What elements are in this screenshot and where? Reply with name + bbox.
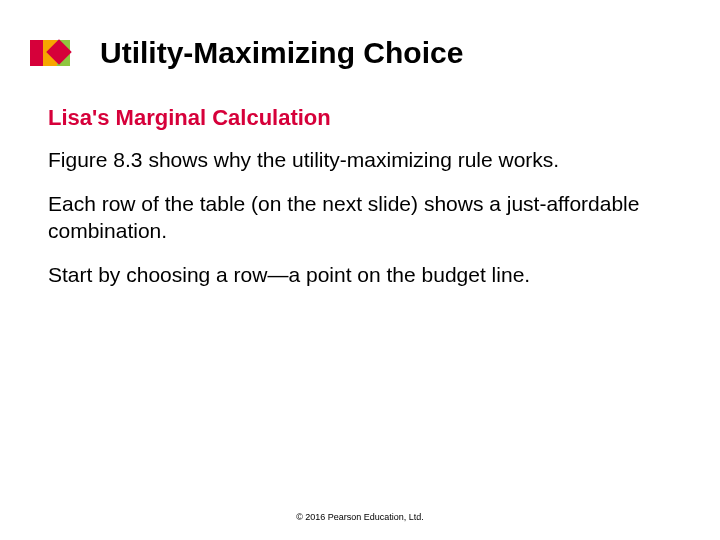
slide: Utility-Maximizing Choice Lisa's Margina…: [0, 0, 720, 540]
copyright-footer: © 2016 Pearson Education, Ltd.: [0, 512, 720, 522]
paragraph-1: Figure 8.3 shows why the utility-maximiz…: [48, 147, 672, 173]
paragraph-2: Each row of the table (on the next slide…: [48, 191, 672, 244]
subheading: Lisa's Marginal Calculation: [48, 105, 672, 131]
logo-seg-red: [30, 40, 43, 66]
paragraph-3: Start by choosing a row—a point on the b…: [48, 262, 672, 288]
body: Lisa's Marginal Calculation Figure 8.3 s…: [48, 105, 672, 306]
slide-title: Utility-Maximizing Choice: [100, 36, 463, 70]
title-row: Utility-Maximizing Choice: [30, 36, 463, 70]
